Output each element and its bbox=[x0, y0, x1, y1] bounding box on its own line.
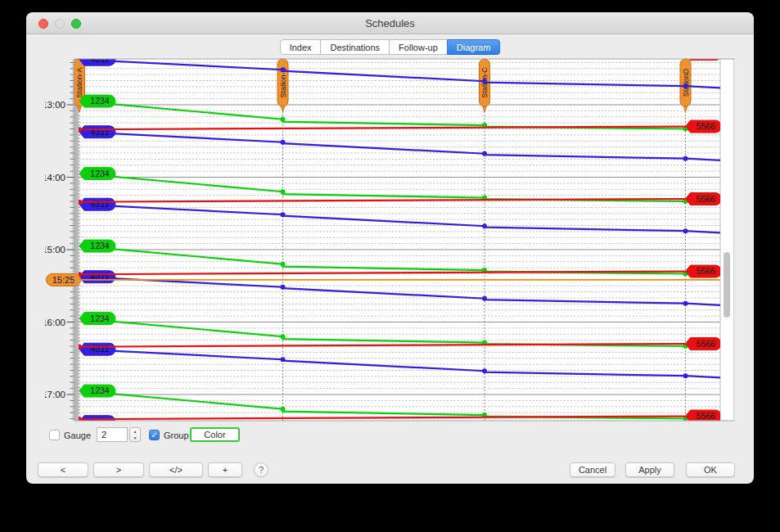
svg-text:4311: 4311 bbox=[91, 127, 110, 137]
train-label-5566-13[interactable]: 5566 bbox=[686, 120, 722, 133]
stop-dot bbox=[281, 407, 286, 412]
train-label-5566-15[interactable]: 5566 bbox=[686, 265, 722, 277]
svg-text:14:00: 14:00 bbox=[45, 173, 65, 183]
help-button[interactable]: ? bbox=[254, 462, 268, 477]
stop-dot bbox=[482, 223, 487, 228]
stop-dot bbox=[482, 151, 487, 156]
stop-dot bbox=[683, 83, 688, 88]
gauge-label: Gauge bbox=[64, 431, 91, 440]
svg-text:1234: 1234 bbox=[90, 169, 110, 178]
stop-dot bbox=[281, 117, 286, 122]
train-label-4311-16[interactable]: 4311 bbox=[79, 343, 115, 355]
tab-diagram[interactable]: Diagram bbox=[447, 39, 501, 55]
titlebar: Schedules bbox=[26, 12, 754, 34]
apply-button[interactable]: Apply bbox=[625, 462, 674, 477]
stop-dot bbox=[281, 357, 286, 362]
next-button[interactable]: > bbox=[93, 462, 144, 477]
train-label-5566-16[interactable]: 5566 bbox=[686, 338, 722, 350]
svg-text:5566: 5566 bbox=[697, 339, 716, 349]
vertical-scrollbar[interactable] bbox=[724, 252, 730, 318]
svg-text:5566: 5566 bbox=[697, 194, 716, 204]
svg-text:16:00: 16:00 bbox=[45, 318, 65, 327]
stop-dot bbox=[683, 373, 688, 378]
stop-dot bbox=[482, 368, 487, 373]
window-title: Schedules bbox=[26, 12, 754, 34]
svg-text:13:00: 13:00 bbox=[45, 100, 65, 110]
station-pill-stationb[interactable]: Station-B bbox=[277, 59, 288, 112]
svg-text:1234: 1234 bbox=[90, 313, 110, 323]
svg-text:17:00: 17:00 bbox=[45, 390, 65, 399]
add-button[interactable]: + bbox=[208, 462, 242, 477]
gauge-stepper[interactable]: ▲ ▼ bbox=[129, 427, 141, 442]
schedules-window: Schedules Index Destinations Follow-up D… bbox=[26, 12, 754, 484]
stop-dot bbox=[482, 79, 487, 83]
stop-dot bbox=[281, 140, 286, 145]
train-label-4311-14[interactable]: 4311 bbox=[79, 198, 115, 210]
zoom-button[interactable] bbox=[71, 19, 81, 29]
svg-text:Station-A: Station-A bbox=[75, 67, 83, 97]
svg-text:15:25: 15:25 bbox=[52, 275, 75, 285]
train-label-4311-13[interactable]: 4311 bbox=[79, 126, 115, 138]
svg-text:5566: 5566 bbox=[697, 266, 716, 276]
train-label-5566-14[interactable]: 5566 bbox=[686, 193, 722, 205]
time-axis: 13:0014:0015:0016:0017:00 bbox=[45, 59, 79, 421]
train-label-1234-13[interactable]: 1234 bbox=[79, 95, 115, 107]
prev-button[interactable]: < bbox=[38, 462, 88, 477]
svg-text:4311: 4311 bbox=[91, 199, 110, 209]
tab-index[interactable]: Index bbox=[280, 39, 322, 55]
cancel-button[interactable]: Cancel bbox=[570, 462, 615, 477]
diagram-canvas[interactable]: 13:0014:0015:0016:0017:00Station-AStatio… bbox=[45, 58, 734, 422]
stepper-up-icon[interactable]: ▲ bbox=[133, 428, 138, 435]
stop-dot bbox=[482, 296, 487, 301]
svg-text:1234: 1234 bbox=[90, 385, 110, 395]
stop-dot bbox=[281, 189, 286, 194]
stop-dot bbox=[683, 301, 688, 306]
swap-button[interactable]: </> bbox=[149, 462, 203, 477]
svg-text:5566: 5566 bbox=[697, 411, 716, 421]
stop-dot bbox=[281, 262, 286, 267]
tab-destinations[interactable]: Destinations bbox=[321, 39, 390, 55]
traffic-lights bbox=[38, 19, 81, 29]
schedule-diagram[interactable]: 13:0014:0015:0016:0017:00Station-AStatio… bbox=[45, 58, 734, 422]
minimize-button[interactable] bbox=[55, 19, 65, 29]
train-label-1234-17[interactable]: 1234 bbox=[79, 385, 115, 397]
color-button[interactable]: Color bbox=[190, 427, 240, 442]
svg-text:StationD: StationD bbox=[682, 68, 690, 97]
svg-text:1234: 1234 bbox=[90, 96, 110, 106]
current-time-badge: 15:25 bbox=[47, 273, 81, 286]
tab-follow-up[interactable]: Follow-up bbox=[389, 39, 448, 55]
train-label-5566-17[interactable]: 5566 bbox=[686, 410, 722, 422]
train-label-1234-16[interactable]: 1234 bbox=[79, 313, 115, 325]
stop-dot bbox=[683, 156, 688, 161]
group-label: Group bbox=[164, 431, 189, 440]
train-label-1234-14[interactable]: 1234 bbox=[79, 168, 115, 180]
stop-dot bbox=[281, 285, 286, 290]
group-checkbox[interactable]: ✓ bbox=[149, 430, 160, 440]
tab-bar: Index Destinations Follow-up Diagram bbox=[280, 39, 501, 55]
svg-text:1234: 1234 bbox=[90, 241, 110, 250]
train-label-4311-15[interactable]: 4311 bbox=[79, 271, 115, 283]
svg-text:15:00: 15:00 bbox=[45, 245, 65, 255]
close-button[interactable] bbox=[38, 19, 48, 29]
stop-dot bbox=[281, 67, 286, 72]
stop-dot bbox=[683, 228, 688, 233]
ok-button[interactable]: OK bbox=[686, 462, 735, 477]
gauge-checkbox[interactable] bbox=[49, 430, 60, 440]
svg-text:4311: 4311 bbox=[91, 344, 110, 354]
train-label-1234-15[interactable]: 1234 bbox=[79, 240, 115, 252]
gauge-value-input[interactable] bbox=[97, 427, 128, 442]
svg-text:5566: 5566 bbox=[697, 121, 716, 131]
stepper-down-icon[interactable]: ▼ bbox=[133, 435, 138, 441]
stop-dot bbox=[281, 212, 286, 217]
station-pill-stationc[interactable]: Station-C bbox=[480, 59, 490, 112]
stop-dot bbox=[281, 334, 286, 339]
